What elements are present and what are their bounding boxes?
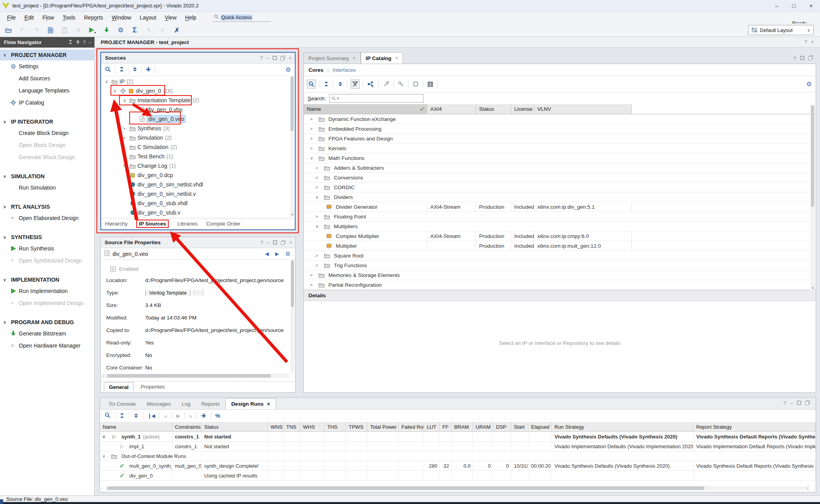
caret-open-icon[interactable]: ∨ bbox=[105, 79, 111, 84]
undo-icon[interactable]: ↶ bbox=[18, 26, 27, 34]
maximize-panel-icon[interactable] bbox=[273, 240, 277, 245]
tree-item-instantiation-template[interactable]: ∨Instantiation Template(2) bbox=[101, 96, 290, 105]
flownav-section-project-manager[interactable]: ∨PROJECT MANAGER bbox=[0, 50, 94, 60]
collapse-all-icon[interactable] bbox=[323, 80, 330, 88]
tab-project-summary[interactable]: Project Summary× bbox=[303, 52, 361, 64]
flownav-item-open-hardware-manager[interactable]: >Open Hardware Manager bbox=[0, 340, 94, 351]
sources-vertical-scrollbar[interactable]: ∨ bbox=[290, 76, 294, 217]
caret-open-icon[interactable]: ∨ bbox=[123, 98, 129, 103]
column-ths[interactable]: THS bbox=[324, 422, 346, 431]
chevron-right-icon[interactable]: > bbox=[11, 300, 19, 306]
flownav-item-run-synthesis[interactable]: Run Synthesis bbox=[0, 243, 94, 254]
caret-right-icon[interactable]: > bbox=[316, 185, 322, 190]
tree-item-div_gen_0.veo[interactable]: div_gen_0.veo bbox=[101, 114, 290, 124]
caret-open-icon[interactable]: ∨ bbox=[3, 204, 11, 209]
add-sources-icon[interactable] bbox=[146, 67, 151, 73]
run-row-div_gen_0[interactable]: ✓div_gen_0Using cached IP results bbox=[100, 471, 816, 481]
sfp-panel-header[interactable]: Source File Properties ?–× bbox=[101, 237, 295, 248]
percent-icon[interactable]: % bbox=[215, 413, 220, 419]
column-tpws[interactable]: TPWS bbox=[346, 422, 367, 431]
ip-row-complex-multiplier[interactable]: Complex MultiplierAXI4-StreamProductionI… bbox=[304, 231, 816, 241]
maximize-panel-icon[interactable] bbox=[273, 56, 277, 60]
tab-ip-catalog[interactable]: IP Catalog× bbox=[361, 52, 403, 64]
tree-item-div_gen_0[interactable]: ∨div_gen_0(16) bbox=[101, 86, 290, 96]
settings-gear-icon[interactable]: ⚙ bbox=[285, 66, 291, 73]
filter-icon[interactable] bbox=[351, 80, 360, 89]
ip-hierarchy-icon[interactable] bbox=[366, 80, 375, 89]
help-panel-icon[interactable]: ? bbox=[260, 240, 263, 245]
run-icon[interactable]: ▾ bbox=[88, 26, 97, 34]
column-name[interactable]: Name∧1 bbox=[304, 104, 427, 114]
settings-icon[interactable]: ⚙ bbox=[116, 26, 125, 34]
collapse-all-icon[interactable] bbox=[68, 40, 73, 45]
run-row-out-of-context-module-runs[interactable]: ∨Out-of-Context Module Runs bbox=[100, 451, 816, 461]
ip-category-square-root[interactable]: >Square Root bbox=[304, 251, 816, 261]
menu-view[interactable]: View bbox=[160, 14, 181, 21]
tab-ip-sources[interactable]: IP Sources bbox=[136, 220, 169, 228]
column-uram[interactable]: URAM bbox=[473, 422, 493, 431]
flownav-item-ip-catalog[interactable]: IP Catalog bbox=[0, 97, 94, 108]
caret-right-icon[interactable]: > bbox=[310, 136, 316, 141]
float-panel-icon[interactable] bbox=[281, 240, 285, 245]
column-bram[interactable]: BRAM bbox=[451, 422, 473, 431]
run-row-mult_gen_0_synth_1[interactable]: ✓mult_gen_0_synth_1mult_gen_0synth_desig… bbox=[100, 461, 816, 471]
back-icon[interactable]: ◀ bbox=[265, 251, 269, 257]
flownav-item-open-implemented-design[interactable]: >Open Implemented Design bbox=[0, 298, 94, 309]
flownav-section-implementation[interactable]: ∨IMPLEMENTATION bbox=[0, 274, 94, 285]
menu-layout[interactable]: Layout bbox=[135, 14, 160, 21]
settings-gear-icon[interactable]: ⚙ bbox=[285, 250, 291, 257]
paste-icon[interactable] bbox=[60, 26, 69, 34]
design-runs-horizontal-scrollbar[interactable]: ‹ › bbox=[106, 486, 810, 490]
menu-tools[interactable]: Tools bbox=[58, 14, 80, 21]
ip-category-cordic[interactable]: >CORDIC bbox=[304, 183, 816, 192]
step-back-icon[interactable]: « bbox=[164, 413, 167, 419]
flownav-item-generate-block-design[interactable]: Generate Block Design bbox=[0, 152, 94, 163]
tab-messages[interactable]: Messages bbox=[141, 398, 176, 409]
caret-open-icon[interactable]: ∨ bbox=[316, 224, 322, 229]
flownav-item-generate-bitstream[interactable]: Generate Bitstream bbox=[0, 328, 94, 339]
flownav-item-settings[interactable]: ⚙Settings bbox=[0, 61, 94, 72]
tab-reports[interactable]: Reports bbox=[196, 398, 225, 409]
flownav-section-simulation[interactable]: ∨SIMULATION bbox=[0, 171, 94, 182]
float-panel-icon[interactable] bbox=[280, 56, 285, 60]
tree-item-change-log[interactable]: >Change Log(1) bbox=[101, 161, 290, 170]
caret-right-icon[interactable]: > bbox=[123, 154, 129, 159]
license-key-icon[interactable] bbox=[397, 80, 405, 88]
tree-item-div_gen_0_sim_netlist.vhdl[interactable]: div_gen_0_sim_netlist.vhdl bbox=[101, 180, 290, 189]
tree-item-ip[interactable]: ∨IP(2) bbox=[101, 77, 290, 86]
help-icon[interactable]: ? bbox=[83, 40, 86, 45]
play-icon[interactable]: ▶ bbox=[176, 413, 180, 419]
ip-category-partial-reconfiguration[interactable]: >Partial Reconfiguration bbox=[304, 280, 816, 290]
menu-flow[interactable]: Flow bbox=[38, 14, 59, 21]
help-panel-icon[interactable]: ? bbox=[260, 55, 263, 61]
close-tab-icon[interactable]: × bbox=[267, 401, 270, 407]
tab-compile-order[interactable]: Compile Order bbox=[206, 221, 241, 227]
column-total-power[interactable]: Total Power bbox=[367, 422, 399, 431]
caret-open-icon[interactable]: ∨ bbox=[316, 195, 322, 200]
column-whs[interactable]: WHS bbox=[300, 422, 324, 431]
column-status[interactable]: Status bbox=[201, 422, 268, 431]
save-icon[interactable] bbox=[46, 26, 55, 34]
menu-edit[interactable]: Edit bbox=[20, 14, 38, 21]
close-tab-icon[interactable]: × bbox=[353, 55, 356, 61]
flownav-section-program-and-debug[interactable]: ∨PROGRAM AND DEBUG bbox=[0, 317, 94, 328]
caret-open-icon[interactable]: ∨ bbox=[102, 434, 109, 439]
caret-right-icon[interactable]: > bbox=[316, 214, 322, 219]
probe-icon[interactable]: ✗ bbox=[173, 26, 181, 34]
caret-right-icon[interactable]: > bbox=[310, 146, 316, 151]
column-tns[interactable]: TNS bbox=[283, 422, 300, 431]
flownav-section-ip-integrator[interactable]: ∨IP INTEGRATOR bbox=[0, 116, 94, 127]
caret-open-icon[interactable]: ∨ bbox=[310, 156, 316, 161]
menu-window[interactable]: Window bbox=[107, 14, 135, 21]
help-icon[interactable]: ? bbox=[804, 39, 807, 45]
minimize-panel-icon[interactable]: – bbox=[267, 240, 269, 245]
expand-all-icon[interactable] bbox=[337, 80, 344, 88]
column-constraints[interactable]: Constraints bbox=[172, 422, 201, 431]
collapse-all-icon[interactable] bbox=[119, 413, 125, 419]
column-axi4[interactable]: AXI4 bbox=[427, 104, 476, 114]
caret-open-icon[interactable]: ∨ bbox=[102, 454, 109, 459]
close-view-icon[interactable]: × bbox=[811, 39, 814, 45]
column-name[interactable]: Name bbox=[100, 422, 172, 431]
tab-general[interactable]: General bbox=[104, 382, 134, 392]
flownav-section-synthesis[interactable]: ∨SYNTHESIS bbox=[0, 232, 94, 243]
